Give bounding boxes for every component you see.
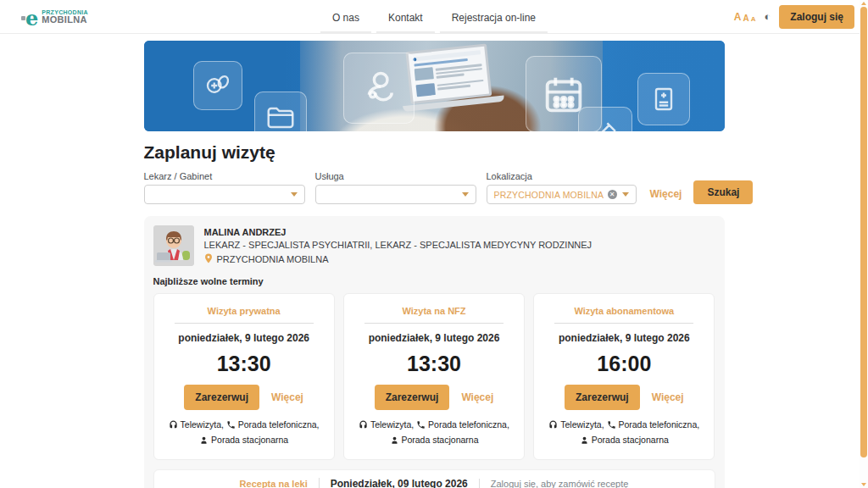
logo-line2: MOBILNA [42, 15, 88, 25]
person-icon [199, 435, 209, 449]
office-consult-label: Porada stacjonarna [592, 435, 669, 445]
font-size-small-button[interactable]: A [751, 15, 756, 23]
phone-icon [416, 420, 426, 434]
visit-type-label: Wizyta abonamentowa [542, 302, 705, 323]
prescription-login-hint: Zaloguj się, aby zamówić receptę [479, 479, 640, 488]
font-size-controls: A A A [734, 11, 756, 23]
nav-item-about[interactable]: O nas [320, 0, 371, 34]
chevron-down-icon [462, 192, 469, 197]
font-size-medium-button[interactable]: A [743, 14, 748, 23]
prescription-date: Poniedziałek, 09 lutego 2026 [319, 478, 479, 488]
visit-type-label: Wizyta prywatna [163, 302, 326, 323]
font-size-large-button[interactable]: A [734, 11, 742, 23]
book-button[interactable]: Zarezerwuj [565, 385, 640, 410]
slot-date: poniedziałek, 9 lutego 2026 [163, 332, 326, 344]
page-title: Zaplanuj wizytę [144, 142, 725, 163]
login-button[interactable]: Zaloguj się [779, 5, 854, 29]
slot-card-nfz: Wizyta na NFZ poniedziałek, 9 lutego 202… [343, 293, 525, 460]
doctor-stethoscope-icon [357, 66, 401, 110]
phone-icon [226, 420, 236, 434]
cross-pill-icon [203, 71, 232, 100]
nav-item-registration[interactable]: Rejestracja on-line [440, 0, 548, 34]
doctor-avatar [153, 225, 194, 266]
more-slots-link[interactable]: Więcej [652, 391, 684, 403]
top-header: e PRZYCHODNIA MOBILNA O nas Kontakt Reje… [0, 0, 868, 34]
slot-time: 13:30 [353, 352, 515, 376]
person-icon [390, 435, 399, 449]
medicine-tile [193, 61, 242, 110]
contrast-toggle-icon[interactable]: ◐ [764, 11, 771, 22]
nav-item-contact[interactable]: Kontakt [376, 0, 435, 34]
phone-icon [607, 420, 616, 434]
clear-location-icon[interactable]: ✕ [608, 190, 617, 199]
brand-logo[interactable]: e PRZYCHODNIA MOBILNA [25, 7, 88, 27]
person-icon [580, 435, 589, 449]
chevron-down-icon [622, 192, 629, 197]
phone-consult-label: Porada telefoniczna, [428, 419, 509, 430]
location-select-value: PRZYCHODNIA MOBILNA [494, 190, 608, 200]
service-types: Telewizyta, Porada telefoniczna, Porada … [163, 419, 326, 449]
folder-icon [264, 102, 297, 131]
chevron-down-icon [291, 192, 298, 197]
scrollbar[interactable] [860, 0, 868, 488]
book-button[interactable]: Zarezerwuj [184, 385, 259, 410]
slot-time: 16:00 [542, 352, 705, 376]
phone-consult-label: Porada telefoniczna, [618, 419, 699, 430]
doctor-location: PRZYCHODNIA MOBILNA [217, 254, 329, 264]
prescription-bar: Recepta na leki Poniedziałek, 09 lutego … [153, 469, 715, 488]
service-field-label: Usługa [315, 171, 476, 181]
televisit-icon [169, 420, 178, 434]
location-select[interactable]: PRZYCHODNIA MOBILNA ✕ [487, 185, 637, 204]
slot-card-private: Wizyta prywatna poniedziałek, 9 lutego 2… [153, 293, 335, 460]
more-slots-link[interactable]: Więcej [461, 391, 493, 403]
doctor-field-label: Lekarz / Gabinet [144, 171, 305, 181]
service-types: Telewizyta, Porada telefoniczna, Porada … [542, 419, 705, 449]
doctor-name[interactable]: MALINA ANDRZEJ [204, 227, 593, 237]
document-tile [637, 73, 690, 125]
phone-consult-label: Porada telefoniczna, [238, 419, 320, 430]
televisit-label: Telewizyta, [370, 419, 414, 430]
televisit-label: Telewizyta, [560, 419, 604, 430]
slot-card-subscription: Wizyta abonamentowa poniedziałek, 9 lute… [533, 293, 715, 460]
service-types: Telewizyta, Porada telefoniczna, Porada … [353, 419, 515, 449]
office-consult-label: Porada stacjonarna [401, 435, 478, 445]
doctor-select[interactable] [144, 185, 305, 204]
search-form: Lekarz / Gabinet Usługa Lokalizacja PRZY… [144, 171, 725, 204]
prescription-link[interactable]: Recepta na leki [229, 479, 319, 488]
more-slots-link[interactable]: Więcej [271, 391, 303, 403]
scrollbar-thumb[interactable] [860, 7, 867, 458]
scroll-up-arrow-icon[interactable] [861, 2, 866, 5]
folder-tile [254, 92, 307, 131]
lab-tile [578, 107, 632, 131]
hero-banner [144, 41, 725, 131]
results-panel: MALINA ANDRZEJ LEKARZ - SPECJALISTA PSYC… [144, 216, 725, 488]
slot-date: poniedziałek, 9 lutego 2026 [353, 332, 515, 344]
book-button[interactable]: Zarezerwuj [375, 385, 450, 410]
medical-document-icon [648, 84, 679, 114]
slot-cards: Wizyta prywatna poniedziałek, 9 lutego 2… [153, 293, 715, 460]
slot-date: poniedziałek, 9 lutego 2026 [542, 332, 705, 344]
visit-type-label: Wizyta na NFZ [353, 302, 515, 323]
scroll-down-arrow-icon[interactable] [861, 483, 866, 486]
office-consult-label: Porada stacjonarna [211, 435, 288, 445]
more-filters-link[interactable]: Więcej [650, 188, 682, 204]
main-nav: O nas Kontakt Rejestracja on-line [320, 0, 548, 34]
doctor-tile [343, 53, 415, 124]
slots-heading: Najbliższe wolne terminy [153, 276, 715, 286]
televisit-label: Telewizyta, [181, 419, 224, 430]
location-pin-icon [204, 253, 213, 265]
doctor-result-row: MALINA ANDRZEJ LEKARZ - SPECJALISTA PSYC… [153, 225, 715, 266]
location-field-label: Lokalizacja [487, 171, 637, 181]
service-select[interactable] [315, 185, 476, 204]
doctor-specialties: LEKARZ - SPECJALISTA PSYCHIATRII, LEKARZ… [204, 240, 593, 250]
test-tube-icon [589, 118, 621, 131]
televisit-icon [359, 420, 368, 434]
slot-time: 13:30 [163, 352, 326, 376]
televisit-icon [548, 420, 558, 434]
search-button[interactable]: Szukaj [693, 180, 753, 204]
logo-e-icon: e [25, 8, 38, 29]
